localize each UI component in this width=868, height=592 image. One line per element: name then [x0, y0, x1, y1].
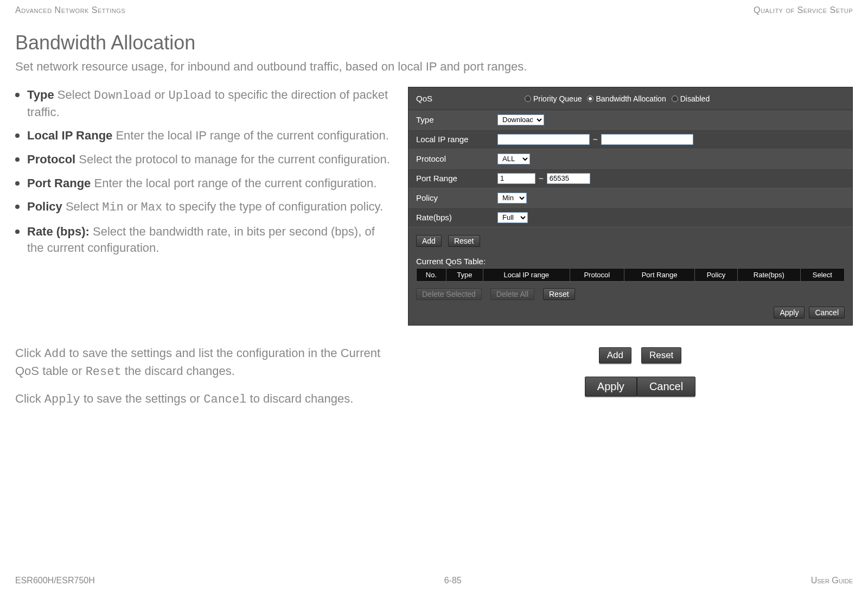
code-download: Download: [94, 89, 151, 103]
type-mid: or: [151, 88, 169, 101]
th-policy: Policy: [695, 269, 738, 282]
code-min: Min: [102, 201, 124, 214]
qos-label: QoS: [416, 94, 492, 103]
radio-disabled-label: Disabled: [680, 94, 710, 103]
portrange-field-label: Port Range: [416, 174, 497, 183]
bullet-icon: [15, 157, 20, 162]
lir-label: Local IP Range: [27, 129, 112, 142]
paragraph-apply-cancel: Click Apply to save the settings or Canc…: [15, 391, 395, 409]
add-button[interactable]: Add: [599, 347, 631, 364]
header-left: Advanced Network Settings: [15, 5, 125, 15]
rate-select[interactable]: Full: [497, 212, 528, 223]
p1a: Click: [15, 346, 44, 360]
panel-reset-button[interactable]: Reset: [448, 235, 480, 247]
qos-radio-disabled[interactable]: Disabled: [672, 94, 710, 103]
code-apply: Apply: [44, 393, 80, 406]
add-reset-buttons-image: Add Reset: [599, 347, 682, 364]
policy-field-label: Policy: [416, 193, 497, 202]
footer-right: User Guide: [811, 576, 853, 585]
radio-icon: [587, 96, 593, 102]
pr-label: Port Range: [27, 176, 91, 190]
type-select[interactable]: Download: [497, 114, 544, 125]
bullet-portrange: Port Range Enter the local port range of…: [27, 175, 393, 192]
delete-all-button[interactable]: Delete All: [490, 288, 534, 300]
type-label: Type: [27, 88, 54, 101]
section-intro: Set network resource usage, for inbound …: [15, 60, 853, 74]
bullet-protocol: Protocol Select the protocol to manage f…: [27, 151, 393, 168]
paragraph-add-reset: Click Add to save the settings and list …: [15, 345, 395, 381]
panel-apply-button[interactable]: Apply: [774, 307, 805, 319]
code-cancel: Cancel: [203, 393, 246, 406]
policy-select[interactable]: Min: [497, 193, 527, 203]
radio-icon: [672, 96, 678, 102]
th-localip: Local IP range: [483, 269, 570, 282]
panel-reset-table-button[interactable]: Reset: [543, 288, 575, 300]
localip-from-input[interactable]: [497, 134, 590, 145]
header-right: Quality of Service Setup: [754, 5, 853, 15]
range-separator: ~: [539, 174, 544, 183]
th-select: Select: [800, 269, 844, 282]
type-pre: Select: [54, 88, 94, 101]
qos-table-title: Current QoS Table:: [409, 254, 852, 268]
delete-selected-button[interactable]: Delete Selected: [416, 288, 482, 300]
pol-pre: Select: [62, 200, 102, 213]
pol-post: to specify the type of configuration pol…: [162, 200, 383, 213]
bullet-icon: [15, 181, 20, 186]
p2a: Click: [15, 392, 44, 405]
qos-radio-bandwidth[interactable]: Bandwidth Allocation: [587, 94, 666, 103]
p1c: the discard changes.: [122, 364, 235, 378]
pol-mid: or: [124, 200, 141, 213]
localip-field-label: Local IP range: [416, 135, 497, 144]
p2c: to discard changes.: [246, 392, 353, 405]
code-reset: Reset: [86, 365, 122, 379]
apply-button[interactable]: Apply: [585, 377, 637, 397]
code-add: Add: [44, 347, 66, 361]
th-no: No.: [417, 269, 446, 282]
footer-left: ESR600H/ESR750H: [15, 576, 95, 585]
qos-config-panel: QoS Priority Queue Bandwidth Allocation …: [408, 87, 853, 326]
footer-center: 6-85: [444, 576, 462, 585]
rate-field-label: Rate(bps): [416, 213, 497, 222]
th-portrange: Port Range: [624, 269, 694, 282]
range-separator: ~: [593, 135, 598, 144]
radio-priority-label: Priority Queue: [533, 94, 582, 103]
protocol-field-label: Protocol: [416, 154, 497, 163]
proto-label: Protocol: [27, 152, 75, 166]
bullet-icon: [15, 133, 20, 138]
code-upload: Upload: [169, 89, 212, 103]
port-to-input[interactable]: [547, 173, 590, 184]
lir-post: Enter the local IP range of the current …: [112, 129, 389, 142]
port-from-input[interactable]: [497, 173, 535, 184]
th-protocol: Protocol: [570, 269, 624, 282]
bullet-type: Type Select Download or Upload to specif…: [27, 87, 393, 120]
rate-label: Rate (bps):: [27, 225, 90, 238]
panel-add-button[interactable]: Add: [416, 235, 442, 247]
th-type: Type: [446, 269, 483, 282]
pol-label: Policy: [27, 200, 62, 213]
bullet-icon: [15, 93, 20, 97]
bullet-policy: Policy Select Min or Max to specify the …: [27, 199, 393, 216]
qos-table: No. Type Local IP range Protocol Port Ra…: [416, 268, 845, 282]
bullet-localip: Local IP Range Enter the local IP range …: [27, 128, 393, 144]
th-rate: Rate(bps): [737, 269, 800, 282]
proto-post: Select the protocol to manage for the cu…: [75, 152, 390, 166]
cancel-button[interactable]: Cancel: [637, 377, 695, 397]
code-max: Max: [141, 201, 163, 214]
panel-cancel-button[interactable]: Cancel: [809, 307, 845, 319]
bullet-icon: [15, 205, 20, 209]
page-title: Bandwidth Allocation: [15, 31, 853, 54]
pr-post: Enter the local port range of the curren…: [91, 176, 376, 190]
qos-radio-priority[interactable]: Priority Queue: [525, 94, 582, 103]
p2b: to save the settings or: [80, 392, 203, 405]
radio-icon: [525, 96, 531, 102]
reset-button[interactable]: Reset: [641, 347, 681, 364]
type-field-label: Type: [416, 115, 497, 124]
apply-cancel-buttons-image: Apply Cancel: [585, 377, 695, 397]
bullet-icon: [15, 230, 20, 234]
bullet-rate: Rate (bps): Select the bandwidth rate, i…: [27, 224, 393, 256]
localip-to-input[interactable]: [601, 134, 693, 145]
protocol-select[interactable]: ALL: [497, 154, 530, 164]
radio-bw-label: Bandwidth Allocation: [596, 94, 666, 103]
